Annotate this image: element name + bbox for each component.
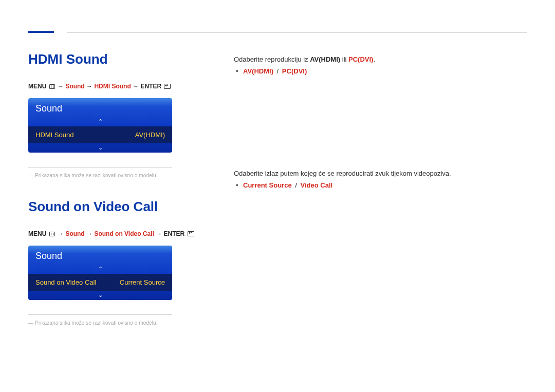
enter-label: ENTER bbox=[164, 230, 185, 237]
section-hdmi-sound-description: Odaberite reprodukciju iz AV(HDMI) ili P… bbox=[234, 55, 527, 75]
osd-panel: Sound ⌃ Sound on Video Call Current Sour… bbox=[28, 246, 172, 300]
osd-down-arrow[interactable]: ⌄ bbox=[28, 143, 172, 153]
osd-title: Sound bbox=[28, 98, 172, 117]
breadcrumb-sound: Sound bbox=[65, 230, 84, 237]
accent-rule bbox=[28, 31, 54, 33]
osd-panel: Sound ⌃ HDMI Sound AV(HDMI) ⌄ bbox=[28, 98, 172, 153]
enter-label: ENTER bbox=[140, 83, 161, 90]
osd-item-label: HDMI Sound bbox=[35, 131, 73, 139]
arrow: → bbox=[156, 230, 163, 237]
options-list: Current Source / Video Call bbox=[234, 181, 527, 189]
option-separator: / bbox=[277, 67, 279, 75]
arrow: → bbox=[58, 83, 65, 90]
osd-item-label: Sound on Video Call bbox=[35, 278, 96, 286]
option-2: Video Call bbox=[301, 181, 333, 189]
enter-icon bbox=[188, 231, 194, 236]
osd-up-arrow[interactable]: ⌃ bbox=[28, 117, 172, 126]
menu-breadcrumb: MENU → Sound → HDMI Sound → ENTER bbox=[28, 83, 203, 90]
option-1: Current Source bbox=[243, 181, 292, 189]
enter-icon bbox=[164, 84, 171, 89]
desc-bold-2: PC(DVI) bbox=[348, 55, 373, 63]
osd-up-arrow[interactable]: ⌃ bbox=[28, 265, 172, 274]
osd-title: Sound bbox=[28, 246, 172, 265]
osd-selected-item[interactable]: Sound on Video Call Current Source bbox=[28, 274, 172, 291]
desc-after: . bbox=[373, 55, 375, 63]
divider bbox=[28, 314, 172, 315]
osd-down-arrow[interactable]: ⌄ bbox=[28, 291, 172, 300]
menu-label: MENU bbox=[28, 230, 46, 237]
menu-label: MENU bbox=[28, 83, 46, 90]
arrow: → bbox=[58, 230, 65, 237]
osd-item-value: AV(HDMI) bbox=[135, 131, 165, 139]
footnote: ― Prikazana slika može se razlikovati ov… bbox=[28, 173, 203, 178]
options-item: Current Source / Video Call bbox=[243, 181, 527, 189]
breadcrumb-sound: Sound bbox=[65, 83, 84, 90]
description-text: Odaberite reprodukciju iz AV(HDMI) ili P… bbox=[234, 55, 527, 63]
top-divider bbox=[67, 32, 527, 32]
section-hdmi-sound: HDMI Sound MENU → Sound → HDMI Sound → E… bbox=[28, 51, 203, 178]
desc-before: Odaberite reprodukciju iz bbox=[234, 55, 310, 63]
divider bbox=[28, 167, 172, 167]
footnote: ― Prikazana slika može se razlikovati ov… bbox=[28, 320, 203, 326]
menu-icon bbox=[49, 232, 55, 236]
breadcrumb-hdmi-sound: HDMI Sound bbox=[94, 83, 131, 90]
section-heading: Sound on Video Call bbox=[28, 199, 203, 215]
left-column: HDMI Sound MENU → Sound → HDMI Sound → E… bbox=[28, 51, 203, 346]
options-list: AV(HDMI) / PC(DVI) bbox=[234, 67, 527, 75]
description-text: Odaberite izlaz putem kojeg će se reprod… bbox=[234, 170, 527, 177]
arrow: → bbox=[86, 83, 94, 90]
section-sound-on-video-call-description: Odaberite izlaz putem kojeg će se reprod… bbox=[234, 170, 527, 189]
arrow: → bbox=[86, 230, 94, 237]
section-sound-on-video-call: Sound on Video Call MENU → Sound → Sound… bbox=[28, 199, 203, 326]
section-heading: HDMI Sound bbox=[28, 51, 203, 67]
menu-breadcrumb: MENU → Sound → Sound on Video Call → ENT… bbox=[28, 230, 203, 237]
options-item: AV(HDMI) / PC(DVI) bbox=[243, 67, 527, 75]
right-column: Odaberite reprodukciju iz AV(HDMI) ili P… bbox=[234, 51, 527, 346]
osd-item-value: Current Source bbox=[120, 278, 165, 286]
menu-icon bbox=[49, 84, 55, 89]
osd-selected-item[interactable]: HDMI Sound AV(HDMI) bbox=[28, 126, 172, 143]
breadcrumb-sound-on-video-call: Sound on Video Call bbox=[94, 230, 154, 237]
page-layout: HDMI Sound MENU → Sound → HDMI Sound → E… bbox=[28, 31, 527, 346]
option-2: PC(DVI) bbox=[282, 67, 307, 75]
option-1: AV(HDMI) bbox=[243, 67, 273, 75]
desc-mid: ili bbox=[340, 55, 348, 63]
desc-bold-1: AV(HDMI) bbox=[310, 55, 340, 63]
option-separator: / bbox=[295, 181, 297, 189]
arrow: → bbox=[133, 83, 140, 90]
